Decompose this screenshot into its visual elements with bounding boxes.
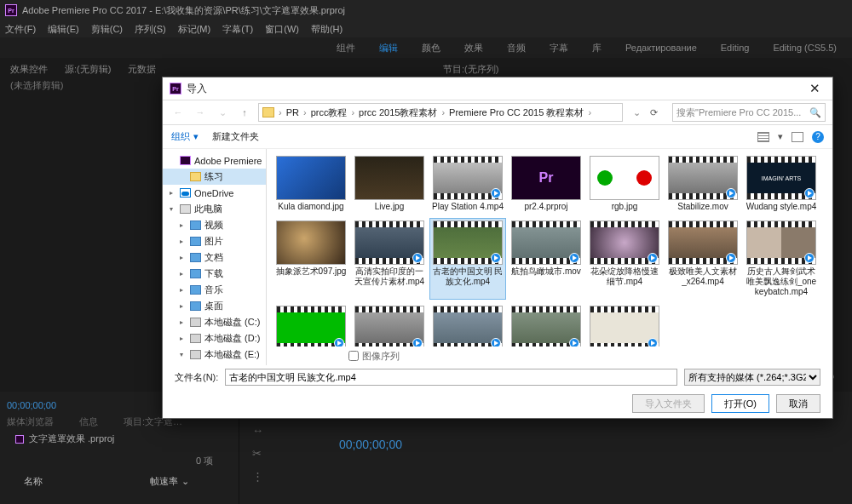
import-folder-button[interactable]: 导入文件夹 xyxy=(632,394,705,413)
file-item[interactable]: 高清实拍印度的一天宣传片素材.mp4 xyxy=(352,219,427,299)
tool-button[interactable]: ↔ xyxy=(252,424,263,437)
tree-item[interactable]: ▸视频 xyxy=(163,217,266,233)
organize-menu[interactable]: 组织▾ xyxy=(171,130,199,143)
new-folder-button[interactable]: 新建文件夹 xyxy=(212,130,259,143)
column-fps[interactable]: 帧速率⌄ xyxy=(150,475,189,488)
chevron-down-icon[interactable]: ▾ xyxy=(778,131,783,142)
tree-item[interactable]: ▸音乐 xyxy=(163,282,266,298)
breadcrumb-item[interactable]: Premiere Pro CC 2015 教程素材 xyxy=(449,106,584,119)
file-item[interactable]: IMAGIN' ARTSWudang style.mp4 xyxy=(744,154,819,214)
menu-item[interactable]: 标记(M) xyxy=(178,23,211,36)
tree-item[interactable]: ▸本地磁盘 (C:) xyxy=(163,314,266,330)
breadcrumb-item[interactable]: prcc教程 xyxy=(311,106,348,119)
blue-icon xyxy=(190,253,201,262)
play-badge-icon xyxy=(569,253,579,263)
panel-tab[interactable]: 源:(无剪辑) xyxy=(65,63,111,75)
search-icon: 🔍 xyxy=(809,107,821,118)
workspace-tab[interactable]: Редактирование xyxy=(625,43,697,53)
file-item[interactable]: Play Station 4.mp4 xyxy=(430,154,505,214)
chevron-down-icon[interactable]: ⌄ xyxy=(214,104,231,121)
file-item[interactable]: 抽象派艺术097.jpg xyxy=(273,219,348,299)
file-item[interactable]: 花朵绽放降格慢速细节.mp4 xyxy=(587,219,662,299)
column-name[interactable]: 名称 xyxy=(24,475,43,488)
tree-item[interactable]: ▸本地磁盘 (D:) xyxy=(163,330,266,346)
thumbnail xyxy=(746,220,816,265)
thumbnail: Pr xyxy=(511,156,581,200)
tree-item[interactable]: ▾本地磁盘 (E:) xyxy=(163,346,266,363)
view-list-icon[interactable] xyxy=(757,132,769,142)
file-item[interactable] xyxy=(273,304,348,346)
file-item[interactable]: Stabilize.mov xyxy=(665,154,740,214)
menu-item[interactable]: 剪辑(C) xyxy=(91,23,123,36)
menu-item[interactable]: 序列(S) xyxy=(135,23,166,36)
file-item[interactable] xyxy=(509,304,584,346)
tree-item[interactable]: Adobe Premiere xyxy=(163,152,266,169)
thumbnail xyxy=(276,306,346,346)
menu-item[interactable]: 编辑(E) xyxy=(48,23,79,36)
open-button[interactable]: 打开(O) xyxy=(711,394,769,413)
workspace-tab[interactable]: 组件 xyxy=(337,42,355,54)
filename-input[interactable] xyxy=(225,369,677,386)
tool-button[interactable]: ⋮ xyxy=(252,470,263,483)
image-sequence-checkbox[interactable] xyxy=(348,351,359,361)
help-icon[interactable]: ? xyxy=(812,131,824,143)
view-thumb-icon[interactable] xyxy=(792,132,803,142)
menu-item[interactable]: 文件(F) xyxy=(5,23,36,36)
file-item[interactable] xyxy=(587,304,662,346)
close-button[interactable]: ✕ xyxy=(804,81,826,96)
tool-button[interactable]: ✂ xyxy=(252,447,263,460)
file-item[interactable]: Prpr2.4.prproj xyxy=(509,154,584,214)
workspace-tab[interactable]: 音频 xyxy=(507,42,526,54)
file-item[interactable]: 航拍鸟瞰城市.mov xyxy=(509,219,584,299)
search-input[interactable]: 搜索"Premiere Pro CC 2015... 🔍 xyxy=(672,103,826,122)
workspace-tab[interactable]: 效果 xyxy=(464,42,483,54)
file-item[interactable]: Live.jpg xyxy=(352,154,427,214)
workspace-tab[interactable]: 库 xyxy=(592,42,602,54)
tree-item[interactable]: 练习 xyxy=(163,169,266,185)
file-item[interactable] xyxy=(430,304,505,346)
panel-tab[interactable]: 媒体浏览器 xyxy=(7,415,54,428)
workspace-tab[interactable]: 编辑 xyxy=(379,42,398,54)
panel-tab[interactable]: 元数据 xyxy=(128,63,156,75)
nav-back-button[interactable]: ← xyxy=(170,104,187,121)
file-item[interactable]: Kula diamond.jpg xyxy=(273,154,348,214)
workspace-tab[interactable]: Editing xyxy=(721,43,750,53)
timeline-timecode: 00;00;00;00 xyxy=(339,438,402,451)
workspace-tab[interactable]: 颜色 xyxy=(422,42,440,54)
panel-tab[interactable]: 信息 xyxy=(79,415,98,428)
premiere-icon: Pr xyxy=(170,83,181,94)
filter-select[interactable]: 所有支持的媒体 (*.264;*.3G2;* xyxy=(684,369,820,386)
project-chip[interactable]: 文字遮罩效果 .prproj xyxy=(15,432,114,445)
menu-item[interactable]: 字幕(T) xyxy=(222,23,253,36)
tree-item[interactable]: ▸文档 xyxy=(163,249,266,266)
tree-item[interactable]: ▸OneDrive xyxy=(163,185,266,201)
menu-item[interactable]: 帮助(H) xyxy=(311,23,343,36)
file-item[interactable]: rgb.jpg xyxy=(587,154,662,214)
play-badge-icon xyxy=(491,338,501,346)
breadcrumb-item[interactable]: PR xyxy=(286,107,299,117)
tree-item[interactable]: ▸下载 xyxy=(163,266,266,282)
panel-tab[interactable]: 效果控件 xyxy=(10,63,48,75)
file-item[interactable]: 极致唯美人文素材_x264.mp4 xyxy=(665,219,740,299)
refresh-button[interactable]: ⟳ xyxy=(650,107,667,118)
workspace-tab[interactable]: 字幕 xyxy=(550,42,568,54)
tree-item[interactable]: ▸图片 xyxy=(163,233,266,249)
file-name: rgb.jpg xyxy=(589,202,660,212)
breadcrumb[interactable]: ›PR›prcc教程›prcc 2015教程素材›Premiere Pro CC… xyxy=(258,103,623,122)
blue-icon xyxy=(190,220,201,230)
breadcrumb-item[interactable]: prcc 2015教程素材 xyxy=(359,106,437,119)
cancel-button[interactable]: 取消 xyxy=(776,394,820,413)
file-name: 极致唯美人文素材_x264.mp4 xyxy=(667,266,739,287)
tree-item[interactable]: ▾此电脑 xyxy=(163,201,266,217)
workspace-tab[interactable]: Editing (CS5.5) xyxy=(773,43,837,53)
file-item[interactable] xyxy=(352,304,427,346)
image-sequence-label: 图像序列 xyxy=(362,350,400,363)
nav-up-button[interactable]: ↑ xyxy=(236,104,253,121)
breadcrumb-dropdown[interactable]: ⌄ xyxy=(628,104,645,121)
file-item[interactable]: 历史古人舞剑武术唯美飘逸练剑_onekeybatch.mp4 xyxy=(744,219,819,299)
tree-item[interactable]: ▸桌面 xyxy=(163,298,266,314)
file-item[interactable]: 古老的中国文明 民族文化.mp4 xyxy=(430,219,505,299)
nav-forward-button[interactable]: → xyxy=(192,104,209,121)
bottom-panel-tabs: 媒体浏览器信息项目:文字遮… xyxy=(7,415,182,428)
menu-item[interactable]: 窗口(W) xyxy=(265,23,299,36)
